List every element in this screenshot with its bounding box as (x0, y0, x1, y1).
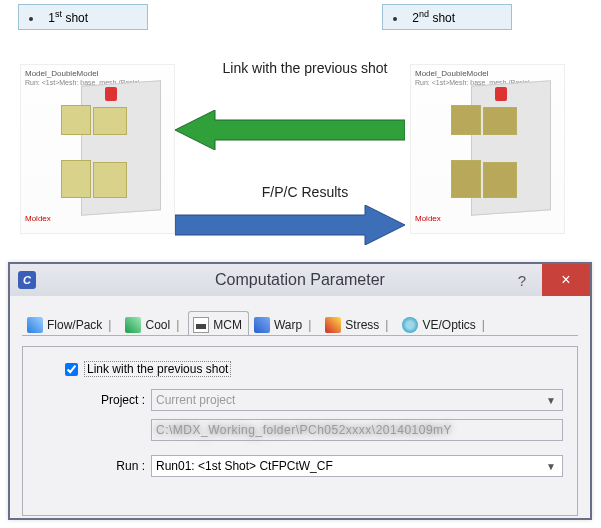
diagram-area: Model_DoubleModel Run: <1st>Mesh: base_m… (0, 40, 601, 255)
model-block-icon (451, 105, 481, 135)
fpc-arrow-label: F/P/C Results (215, 184, 395, 200)
second-shot-label: 2nd shot (382, 4, 512, 30)
model-block-icon (93, 162, 127, 198)
tab-label: Stress (345, 318, 379, 332)
link-arrow-label: Link with the previous shot (215, 60, 395, 76)
model-block-icon (451, 160, 481, 198)
tab-ve-optics[interactable]: VE/Optics| (397, 311, 493, 335)
first-shot-text: 1st shot (48, 11, 88, 25)
svg-marker-1 (175, 205, 405, 245)
tab-label: Warp (274, 318, 302, 332)
project-path-field: C:\MDX_Working_folder\PCh052xxxx\2014010… (151, 419, 563, 441)
run-label: Run : (85, 459, 145, 473)
model-brand: Moldex (415, 214, 441, 223)
model-brand: Moldex (25, 214, 51, 223)
model-block-icon (93, 107, 127, 135)
tab-label: Flow/Pack (47, 318, 102, 332)
flow-icon (27, 317, 43, 333)
project-label: Project : (85, 393, 145, 407)
cool-icon (125, 317, 141, 333)
svg-marker-0 (175, 110, 405, 150)
project-value: Current project (156, 393, 235, 407)
mcm-icon (193, 317, 209, 333)
model-title: Model_DoubleModel (415, 69, 488, 78)
tab-mcm[interactable]: MCM (188, 311, 249, 335)
second-shot-text: 2nd shot (412, 11, 455, 25)
tab-label: MCM (213, 318, 242, 332)
project-path-value: C:\MDX_Working_folder\PCh052xxxx\2014010… (156, 423, 452, 437)
window-controls: ? × (502, 264, 590, 296)
bullet-icon (393, 17, 397, 21)
model-title: Model_DoubleModel (25, 69, 98, 78)
model-gate-icon (105, 87, 117, 101)
titlebar: C Computation Parameter ? × (10, 264, 590, 296)
link-previous-shot-row: Link with the previous shot (37, 361, 563, 377)
model-block-icon (483, 107, 517, 135)
bullet-icon (29, 17, 33, 21)
link-previous-shot-label[interactable]: Link with the previous shot (84, 361, 231, 377)
model-block-icon (61, 160, 91, 198)
run-row: Run : Run01: <1st Shot> CtFPCtW_CF ▼ (37, 455, 563, 477)
ve-optics-icon (402, 317, 418, 333)
tab-stress[interactable]: Stress| (320, 311, 397, 335)
tab-label: VE/Optics (422, 318, 475, 332)
project-dropdown[interactable]: Current project ▼ (151, 389, 563, 411)
green-arrow-left-icon (175, 110, 405, 150)
help-button[interactable]: ? (502, 264, 542, 296)
first-shot-label: 1st shot (18, 4, 148, 30)
tab-flow-pack[interactable]: Flow/Pack| (22, 311, 120, 335)
tab-strip: Flow/Pack| Cool| MCM Warp| Stress| VE/Op… (22, 310, 578, 336)
chevron-down-icon: ▼ (544, 395, 558, 406)
computation-parameter-dialog: C Computation Parameter ? × Flow/Pack| C… (8, 262, 592, 520)
project-path-row: C:\MDX_Working_folder\PCh052xxxx\2014010… (37, 419, 563, 441)
project-row: Project : Current project ▼ (37, 389, 563, 411)
tab-cool[interactable]: Cool| (120, 311, 188, 335)
mcm-panel: Link with the previous shot Project : Cu… (22, 346, 578, 516)
model-gate-icon (495, 87, 507, 101)
run-value: Run01: <1st Shot> CtFPCtW_CF (156, 459, 333, 473)
tab-warp[interactable]: Warp| (249, 311, 320, 335)
run-dropdown[interactable]: Run01: <1st Shot> CtFPCtW_CF ▼ (151, 455, 563, 477)
chevron-down-icon: ▼ (544, 461, 558, 472)
blue-arrow-right-icon (175, 205, 405, 245)
close-button[interactable]: × (542, 264, 590, 296)
first-shot-model-preview: Model_DoubleModel Run: <1st>Mesh: base_m… (20, 64, 175, 234)
warp-icon (254, 317, 270, 333)
link-previous-shot-checkbox[interactable] (65, 363, 78, 376)
second-shot-model-preview: Model_DoubleModel Run: <1st>Mesh: base_m… (410, 64, 565, 234)
model-block-icon (483, 162, 517, 198)
tab-label: Cool (145, 318, 170, 332)
stress-icon (325, 317, 341, 333)
model-block-icon (61, 105, 91, 135)
